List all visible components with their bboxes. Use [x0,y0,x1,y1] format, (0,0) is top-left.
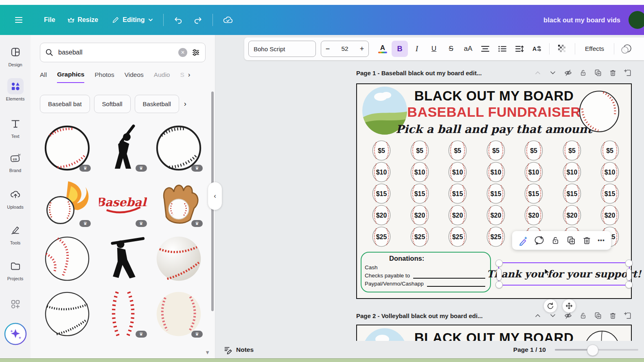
graphic-thumbnail-ball-sketch-red[interactable] [40,232,94,286]
baseball-amount-graphic[interactable]: $20 [600,205,620,226]
move-page-up-button[interactable] [534,312,542,320]
graphic-thumbnail-laces[interactable]: ♛ [96,287,150,341]
bold-button[interactable]: B [392,41,408,57]
duplicate-element-button[interactable] [565,234,578,247]
baseball-amount-graphic[interactable]: $25 [372,226,391,247]
selection-handle-w[interactable] [497,268,502,281]
chip-softball[interactable]: Softball [94,95,131,113]
search-input[interactable] [57,48,174,57]
add-page-button[interactable] [624,69,632,77]
tab-all[interactable]: All [40,71,47,83]
baseball-amount-graphic[interactable]: $25 [448,226,467,247]
delete-page-button[interactable] [609,312,617,320]
baseball-amount-graphic[interactable]: $20 [448,205,467,226]
baseball-amount-graphic[interactable]: $10 [486,161,506,183]
baseball-amount-graphic[interactable]: $25 [410,226,429,247]
duplicate-page-button[interactable] [594,312,602,320]
graphic-thumbnail-ball-outline-red[interactable]: ♛ [40,121,94,175]
graphic-thumbnail-ball-black[interactable]: ♛ [152,121,206,175]
baseball-amount-graphic[interactable]: $20 [486,205,506,226]
graphic-thumbnail-batter-standing[interactable]: ♛ [96,121,150,175]
selection-handle-se[interactable] [625,281,633,288]
baseball-sketch-graphic[interactable] [578,90,620,133]
add-page-button[interactable] [624,312,632,320]
baseball-amount-graphic[interactable]: $25 [486,226,506,247]
rotate-element-button[interactable] [543,299,557,313]
redo-button[interactable] [190,13,206,27]
graphic-thumbnail-ball-flame[interactable]: ♛ [40,177,94,230]
graphic-thumbnail-ball-sketch-bw[interactable] [40,287,94,341]
graphic-thumbnail-text-baseball[interactable]: Baseball♛ [96,177,150,230]
baseball-amount-graphic[interactable]: $15 [524,183,543,204]
delete-page-button[interactable] [609,69,617,77]
move-page-down-button[interactable] [549,312,557,320]
sidebar-item-apps[interactable] [0,296,31,312]
effects-button[interactable]: Effects [580,45,609,52]
baseball-amount-graphic[interactable]: $15 [600,183,620,204]
graphic-thumbnail-ball-real[interactable] [152,232,206,286]
main-menu-button[interactable] [11,13,27,27]
more-options-button[interactable]: ••• [596,236,607,245]
file-menu-button[interactable]: File [41,14,59,26]
baseball-amount-graphic[interactable]: $15 [372,183,391,204]
baseball-amount-graphic[interactable]: $20 [524,205,543,226]
underline-button[interactable]: U [426,41,442,57]
tab-shapes-cut[interactable]: S [180,71,184,83]
magic-edit-button[interactable] [517,234,530,247]
tab-photos[interactable]: Photos [94,71,114,83]
panel-collapse-button[interactable]: ‹ [208,182,222,210]
graphic-thumbnail-ball-watercolor[interactable]: ♛ [152,287,206,341]
chips-scroll-right-icon[interactable]: › [184,100,186,108]
document-title[interactable]: black out my board vids [543,16,620,24]
baseball-amount-graphic[interactable]: $15 [410,183,429,204]
selection-handle-e[interactable] [626,268,631,281]
selected-text-element[interactable]: Thank you for your support! [498,262,630,286]
baseball-amount-graphic[interactable]: $15 [448,183,467,204]
notes-button[interactable]: Notes [221,345,256,355]
graphic-thumbnail-bow[interactable] [96,342,150,359]
selection-handle-sw[interactable] [495,281,503,288]
baseball-amount-graphic[interactable]: $10 [600,161,620,183]
search-bar[interactable]: ✕ [40,43,206,62]
sidebar-item-elements[interactable]: Elements [0,78,31,101]
tab-videos[interactable]: Videos [125,71,144,83]
sidebar-item-tools[interactable]: Tools [0,222,31,245]
resize-button[interactable]: Resize [64,14,102,26]
line-spacing-button[interactable] [511,41,528,57]
sidebar-item-design[interactable]: Design [0,44,31,67]
chip-basketball[interactable]: Basketball [135,95,179,113]
font-size-decrease-button[interactable]: − [321,44,334,54]
baseball-amount-graphic[interactable]: $5 [448,140,467,161]
baseball-amount-graphic[interactable]: $5 [600,140,620,161]
page-scrub-slider[interactable] [555,345,638,355]
text-align-button[interactable] [477,41,493,57]
account-avatar[interactable] [629,11,644,29]
baseball-amount-graphic[interactable]: $15 [562,183,582,204]
text-color-button[interactable]: A [375,41,391,57]
move-page-down-button[interactable] [549,69,557,77]
tabs-scroll-right-icon[interactable]: › [188,71,191,83]
sidebar-item-projects[interactable]: Projects [0,258,31,281]
graphic-thumbnail-glove[interactable]: ♛ [152,177,206,230]
baseball-amount-graphic[interactable]: $20 [562,205,582,226]
sidebar-item-uploads[interactable]: Uploads [0,186,31,209]
font-size-value[interactable]: 52 [341,45,348,52]
tab-graphics[interactable]: Graphics [57,71,84,83]
clear-search-button[interactable]: ✕ [178,48,187,57]
comment-button[interactable] [533,234,546,247]
text-case-button[interactable]: aA [460,41,476,57]
page1-title[interactable]: Page 1 - Baseball black out my board edi… [356,70,534,76]
baseball-amount-graphic[interactable]: $10 [524,161,543,183]
baseball-amount-graphic[interactable]: $10 [448,161,467,183]
chip-baseball-bat[interactable]: Baseball bat [40,95,90,113]
page2-title[interactable]: Page 2 - Volleyball black out my board e… [356,312,534,319]
baseball-amount-graphic[interactable]: $5 [372,140,391,161]
scroll-down-icon[interactable]: ▼ [205,349,210,355]
lock-page-button[interactable] [579,312,587,320]
tab-audio[interactable]: Audio [154,71,170,83]
baseball-amount-graphic[interactable]: $10 [562,161,582,183]
hide-page-button[interactable] [564,69,572,77]
move-page-up-button[interactable] [534,69,542,77]
canvas-page-2[interactable]: BLACK OUT MY BOARD [356,325,632,341]
selection-handle-ne[interactable] [625,260,633,267]
